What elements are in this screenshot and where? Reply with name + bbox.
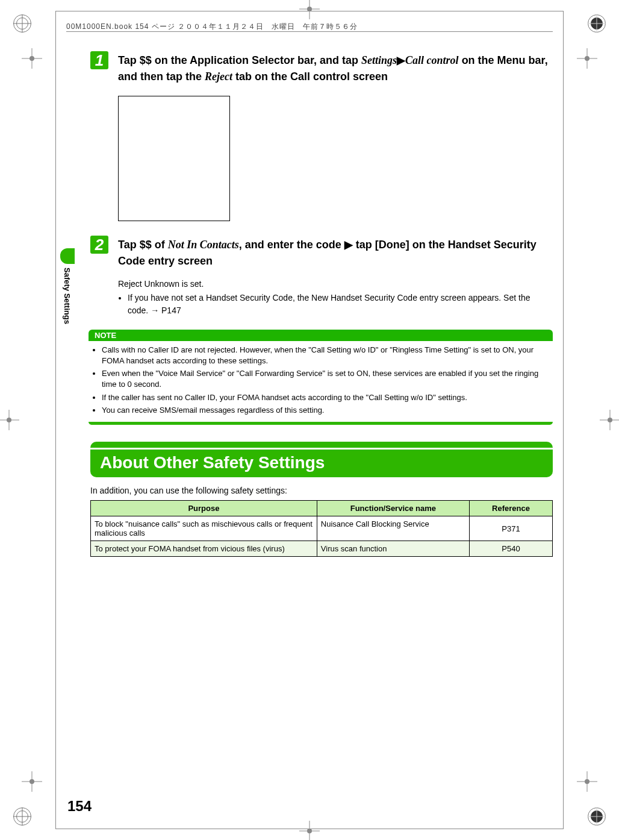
step-2-heading: Tap $$ of Not In Contacts, and enter the… xyxy=(118,237,553,269)
step-2-text-a: Tap $$ of xyxy=(118,239,168,251)
handset-screenshot-placeholder xyxy=(118,96,230,221)
section-bar-top xyxy=(90,442,553,448)
triangle-icon: ▶ xyxy=(397,52,405,69)
side-tab-color-block xyxy=(60,248,75,264)
cell-ref-1: P371 xyxy=(469,516,552,541)
cell-func-2: Virus scan function xyxy=(317,541,469,557)
step-1-heading: Tap $$ on the Application Selector bar, … xyxy=(118,52,553,85)
crop-mark-right-center xyxy=(600,410,619,430)
section-title: About Other Safety Settings xyxy=(90,450,553,477)
note-bullet-1: Calls with no Caller ID are not rejected… xyxy=(102,345,552,366)
th-purpose: Purpose xyxy=(91,501,317,516)
safety-settings-table: Purpose Function/Service name Reference … xyxy=(90,500,553,557)
step-2: 2 Tap $$ of Not In Contacts, and enter t… xyxy=(90,236,553,318)
crop-mark-right-top xyxy=(577,48,597,69)
step-2-sub-bullet: If you have not set a Handset Security C… xyxy=(128,292,553,316)
note-bullet-4: You can receive SMS/email messages regar… xyxy=(102,405,552,416)
step-1: 1 Tap $$ on the Application Selector bar… xyxy=(90,51,553,236)
side-tab-label: Safety Settings xyxy=(63,268,72,324)
crop-mark-left-bottom xyxy=(22,771,42,792)
crop-mark-left-top xyxy=(22,48,42,69)
cell-purpose-2: To protect your FOMA handset from viciou… xyxy=(91,541,317,557)
note-block: NOTE Calls with no Caller ID are not rej… xyxy=(89,330,553,425)
table-row: To block "nuisance calls" such as mischi… xyxy=(91,516,553,541)
crop-mark-left-center xyxy=(0,410,19,430)
section-header: About Other Safety Settings xyxy=(90,442,553,477)
step-2-number: 2 xyxy=(90,236,108,254)
note-body: Calls with no Caller ID are not rejected… xyxy=(89,341,553,416)
step-2-italic-notincontacts: Not In Contacts xyxy=(168,239,239,251)
th-function: Function/Service name xyxy=(317,501,469,516)
crop-mark-top-center xyxy=(299,0,320,19)
registration-mark-bl xyxy=(13,807,31,826)
step-1-text-a: Tap $$ on the Application Selector bar, … xyxy=(118,54,361,66)
note-end-rule xyxy=(89,422,553,425)
step-2-sub-line: Reject Unknown is set. xyxy=(118,278,553,290)
step-1-italic-settings: Settings xyxy=(361,54,397,66)
step-2-sub: Reject Unknown is set. If you have not s… xyxy=(118,278,553,316)
side-tab: Safety Settings xyxy=(60,248,76,324)
th-reference: Reference xyxy=(469,501,552,516)
step-1-number: 1 xyxy=(90,51,108,69)
header-rule xyxy=(66,31,553,32)
crop-mark-right-bottom xyxy=(577,771,597,792)
step-1-text-c: tab on the Call control screen xyxy=(232,71,388,83)
cell-ref-2: P540 xyxy=(469,541,552,557)
page-number: 154 xyxy=(67,798,92,815)
cell-purpose-1: To block "nuisance calls" such as mischi… xyxy=(91,516,317,541)
note-bullet-3: If the caller has sent no Caller ID, you… xyxy=(102,392,552,403)
step-1-italic-callcontrol: Call control xyxy=(405,54,459,66)
running-header: 00M1000EN.book 154 ページ ２００４年１１月２４日 水曜日 午… xyxy=(66,19,553,34)
table-row: To protect your FOMA handset from viciou… xyxy=(91,541,553,557)
cell-func-1: Nuisance Call Blocking Service xyxy=(317,516,469,541)
step-1-italic-reject: Reject xyxy=(205,71,232,83)
registration-mark-tl xyxy=(13,14,31,33)
registration-mark-br xyxy=(588,807,606,826)
section-intro: In addition, you can use the following s… xyxy=(90,486,553,495)
note-label: NOTE xyxy=(89,330,553,341)
registration-mark-tr xyxy=(588,14,606,33)
note-bullet-2: Even when the "Voice Mail Service" or "C… xyxy=(102,368,552,390)
crop-mark-bottom-center xyxy=(299,821,320,840)
